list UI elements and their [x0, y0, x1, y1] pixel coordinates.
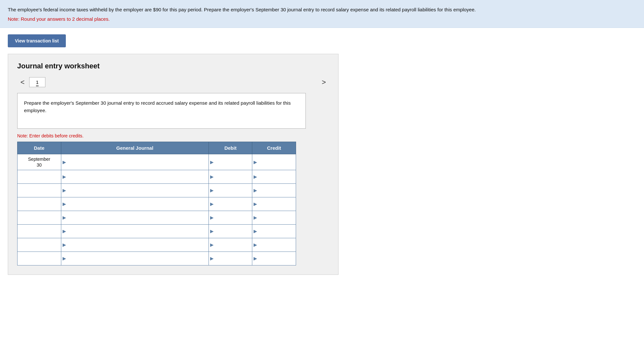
credit-arrow-2: ▶ — [252, 188, 258, 193]
credit-arrow-6: ▶ — [252, 242, 258, 247]
credit-cell-7[interactable]: ▶ — [252, 252, 296, 265]
debit-cell-5[interactable]: ▶ — [209, 224, 252, 238]
debit-input-5[interactable] — [215, 225, 252, 238]
journal-arrow-6: ▶ — [61, 242, 67, 247]
journal-cell-3[interactable]: ▶ — [61, 197, 209, 211]
table-row: ▶▶▶ — [18, 170, 296, 183]
journal-input-2[interactable] — [67, 184, 209, 197]
journal-input-3[interactable] — [67, 197, 209, 211]
journal-cell-6[interactable]: ▶ — [61, 238, 209, 252]
debit-input-0[interactable] — [215, 154, 252, 170]
credit-arrow-5: ▶ — [252, 229, 258, 234]
instruction-main-text: The employee's federal income taxes with… — [8, 7, 476, 12]
debit-cell-0[interactable]: ▶ — [209, 154, 252, 170]
debit-input-6[interactable] — [215, 238, 252, 252]
credit-input-5[interactable] — [258, 225, 296, 238]
credit-arrow-4: ▶ — [252, 215, 258, 220]
journal-arrow-7: ▶ — [61, 256, 67, 261]
journal-input-1[interactable] — [67, 170, 209, 183]
debit-input-7[interactable] — [215, 252, 252, 265]
tab-1-label: 1 — [36, 79, 39, 86]
instruction-box: The employee's federal income taxes with… — [0, 0, 644, 28]
credit-input-4[interactable] — [258, 211, 296, 224]
credit-arrow-0: ▶ — [252, 159, 258, 165]
date-cell-1 — [18, 170, 61, 183]
journal-cell-5[interactable]: ▶ — [61, 224, 209, 238]
journal-input-5[interactable] — [67, 225, 209, 238]
credit-cell-0[interactable]: ▶ — [252, 154, 296, 170]
debit-arrow-3: ▶ — [209, 201, 215, 206]
journal-input-0[interactable] — [67, 154, 209, 170]
journal-entry-table: Date General Journal Debit Credit Septem… — [17, 142, 296, 265]
col-header-general-journal: General Journal — [61, 142, 209, 154]
credit-cell-4[interactable]: ▶ — [252, 211, 296, 224]
credit-cell-6[interactable]: ▶ — [252, 238, 296, 252]
journal-input-6[interactable] — [67, 238, 209, 252]
debit-cell-4[interactable]: ▶ — [209, 211, 252, 224]
debit-arrow-7: ▶ — [209, 256, 215, 261]
credit-arrow-7: ▶ — [252, 256, 258, 261]
table-row: September30▶▶▶ — [18, 154, 296, 170]
journal-cell-2[interactable]: ▶ — [61, 183, 209, 197]
credit-cell-1[interactable]: ▶ — [252, 170, 296, 183]
credit-cell-5[interactable]: ▶ — [252, 224, 296, 238]
date-cell-0: September30 — [18, 154, 61, 170]
view-transaction-button[interactable]: View transaction list — [8, 34, 66, 47]
journal-cell-4[interactable]: ▶ — [61, 211, 209, 224]
table-row: ▶▶▶ — [18, 252, 296, 265]
tab-1[interactable]: 1 — [29, 77, 45, 87]
credit-input-2[interactable] — [258, 184, 296, 197]
col-header-debit: Debit — [209, 142, 252, 154]
credit-input-0[interactable] — [258, 154, 296, 170]
debit-arrow-5: ▶ — [209, 229, 215, 234]
credit-arrow-1: ▶ — [252, 174, 258, 179]
date-cell-5 — [18, 224, 61, 238]
debit-cell-3[interactable]: ▶ — [209, 197, 252, 211]
journal-arrow-4: ▶ — [61, 215, 67, 220]
worksheet-container: Journal entry worksheet < 1 > Prepare th… — [8, 54, 339, 275]
debit-arrow-2: ▶ — [209, 188, 215, 193]
date-cell-4 — [18, 211, 61, 224]
debit-arrow-0: ▶ — [209, 159, 215, 165]
debit-input-1[interactable] — [215, 170, 252, 183]
debit-cell-6[interactable]: ▶ — [209, 238, 252, 252]
journal-input-4[interactable] — [67, 211, 209, 224]
credit-input-7[interactable] — [258, 252, 296, 265]
date-cell-3 — [18, 197, 61, 211]
debit-arrow-1: ▶ — [209, 174, 215, 179]
col-header-date: Date — [18, 142, 61, 154]
table-row: ▶▶▶ — [18, 197, 296, 211]
date-text: September30 — [21, 156, 58, 168]
journal-input-7[interactable] — [67, 252, 209, 265]
date-cell-7 — [18, 252, 61, 265]
journal-arrow-3: ▶ — [61, 201, 67, 206]
debit-cell-2[interactable]: ▶ — [209, 183, 252, 197]
journal-cell-7[interactable]: ▶ — [61, 252, 209, 265]
entry-description-box: Prepare the employer's September 30 jour… — [17, 93, 306, 129]
nav-left-arrow[interactable]: < — [17, 77, 28, 88]
debit-cell-1[interactable]: ▶ — [209, 170, 252, 183]
journal-cell-1[interactable]: ▶ — [61, 170, 209, 183]
credit-input-3[interactable] — [258, 197, 296, 211]
table-row: ▶▶▶ — [18, 183, 296, 197]
credit-cell-2[interactable]: ▶ — [252, 183, 296, 197]
journal-arrow-2: ▶ — [61, 188, 67, 193]
debit-input-4[interactable] — [215, 211, 252, 224]
date-cell-6 — [18, 238, 61, 252]
debit-input-2[interactable] — [215, 184, 252, 197]
nav-right-arrow[interactable]: > — [318, 77, 329, 88]
journal-cell-0[interactable]: ▶ — [61, 154, 209, 170]
debit-input-3[interactable] — [215, 197, 252, 211]
debit-arrow-4: ▶ — [209, 215, 215, 220]
credit-input-6[interactable] — [258, 238, 296, 252]
debit-arrow-6: ▶ — [209, 242, 215, 247]
credit-input-1[interactable] — [258, 170, 296, 183]
credit-cell-3[interactable]: ▶ — [252, 197, 296, 211]
journal-arrow-5: ▶ — [61, 229, 67, 234]
journal-arrow-1: ▶ — [61, 174, 67, 179]
debit-cell-7[interactable]: ▶ — [209, 252, 252, 265]
date-cell-2 — [18, 183, 61, 197]
col-header-credit: Credit — [252, 142, 296, 154]
worksheet-title: Journal entry worksheet — [17, 62, 329, 70]
credit-arrow-3: ▶ — [252, 201, 258, 206]
